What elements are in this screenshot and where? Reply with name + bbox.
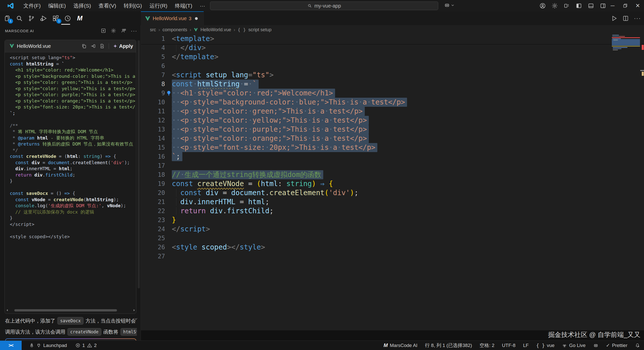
line-number[interactable]: 4 bbox=[141, 44, 165, 51]
panel-more-icon[interactable]: ··· bbox=[131, 28, 137, 34]
tab-helloworld[interactable]: HelloWorld.vue 3 bbox=[141, 11, 204, 25]
code-line[interactable]: 27 bbox=[141, 252, 644, 261]
line-number[interactable]: 7 bbox=[141, 72, 165, 79]
indentation-item[interactable]: 空格: 2 bbox=[479, 342, 494, 349]
code-line[interactable]: 6 bbox=[141, 61, 644, 71]
code-line[interactable]: 12··<p·style="color:·yellow;">This·is·a·… bbox=[141, 116, 644, 125]
line-number[interactable]: 16 bbox=[141, 153, 165, 160]
toggle-panel-icon[interactable] bbox=[588, 3, 594, 9]
code-line[interactable]: 22 return div.firstChild; bbox=[141, 206, 644, 216]
account-icon[interactable] bbox=[539, 3, 546, 9]
sidebar-scrollbar[interactable] bbox=[138, 40, 140, 288]
lightbulb-icon[interactable] bbox=[166, 90, 172, 96]
line-number[interactable]: 13 bbox=[141, 126, 165, 133]
marscode-activity-icon[interactable]: M bbox=[75, 14, 84, 23]
window-restore-icon[interactable] bbox=[619, 0, 631, 11]
run-file-icon[interactable] bbox=[611, 15, 617, 22]
line-number[interactable]: 20 bbox=[141, 189, 165, 196]
menu-more[interactable]: ··· bbox=[196, 0, 209, 11]
crumb-file[interactable]: HelloWorld.vue bbox=[200, 27, 231, 32]
code-line[interactable]: 25 bbox=[141, 234, 644, 243]
code-line[interactable]: 10··<p·style="background-color:·blue;">T… bbox=[141, 98, 644, 107]
panel-settings-gear-icon[interactable] bbox=[111, 28, 116, 33]
launchpad-item[interactable]: Launchpad bbox=[29, 343, 67, 348]
crumb-src[interactable]: src bbox=[150, 27, 156, 32]
source-control-icon[interactable] bbox=[27, 14, 36, 23]
menu-terminal[interactable]: 终端(T) bbox=[171, 0, 196, 11]
search-activity-icon[interactable] bbox=[15, 14, 24, 23]
menu-selection[interactable]: 选择(S) bbox=[70, 0, 95, 11]
menu-file[interactable]: 文件(F) bbox=[20, 0, 45, 11]
prettier-item[interactable]: ✓Prettier bbox=[606, 342, 627, 348]
card-code-block[interactable]: <script setup lang="ts">const htmlString… bbox=[10, 55, 136, 240]
toggle-sidebar-icon[interactable] bbox=[576, 3, 582, 9]
code-line[interactable]: 26<style scoped></style> bbox=[141, 243, 644, 252]
menu-goto[interactable]: 转到(G) bbox=[120, 0, 146, 11]
command-center-search[interactable]: my-vue-app bbox=[210, 2, 438, 10]
code-line[interactable]: 18//·生成一个通过string转换成虚拟dom的函数 bbox=[141, 170, 644, 179]
line-number[interactable]: 19 bbox=[141, 180, 165, 187]
code-line[interactable]: 1<template> bbox=[141, 34, 644, 43]
split-editor-icon[interactable] bbox=[622, 15, 629, 22]
new-chat-icon[interactable] bbox=[101, 28, 106, 33]
crumb-symbol[interactable]: script setup bbox=[248, 27, 271, 32]
copilot-menu[interactable] bbox=[444, 2, 454, 8]
code-line[interactable]: 5</template> bbox=[141, 52, 644, 61]
menu-run[interactable]: 运行(R) bbox=[146, 0, 171, 11]
line-number[interactable]: 25 bbox=[141, 235, 165, 242]
code-line[interactable]: 17 bbox=[141, 161, 644, 170]
menu-view[interactable]: 查看(V) bbox=[95, 0, 120, 11]
run-debug-icon[interactable] bbox=[39, 14, 48, 23]
line-number[interactable]: 12 bbox=[141, 117, 165, 124]
cursor-position-item[interactable]: 行 8, 列 1 (已选择382) bbox=[425, 342, 472, 349]
line-number[interactable]: 17 bbox=[141, 162, 165, 169]
encoding-item[interactable]: UTF-8 bbox=[502, 343, 515, 348]
crumb-components[interactable]: components bbox=[163, 27, 187, 32]
history-clock-icon[interactable] bbox=[63, 14, 72, 23]
minimap[interactable] bbox=[612, 35, 640, 50]
line-number[interactable]: 1 bbox=[141, 35, 165, 42]
layout-customize-icon[interactable] bbox=[564, 3, 570, 9]
language-mode-item[interactable]: { }vue bbox=[536, 343, 554, 348]
menu-edit[interactable]: 编辑(E) bbox=[45, 0, 70, 11]
toggle-secondary-sidebar-icon[interactable] bbox=[600, 3, 606, 9]
settings-gear-icon[interactable] bbox=[551, 3, 558, 9]
code-line[interactable]: 20 const div = document.createElement('d… bbox=[141, 188, 644, 197]
apply-button[interactable]: Apply bbox=[113, 43, 133, 49]
line-number[interactable]: 26 bbox=[141, 244, 165, 251]
copilot-status-icon[interactable] bbox=[593, 343, 598, 348]
go-live-item[interactable]: Go Live bbox=[562, 343, 585, 348]
line-number[interactable]: 27 bbox=[141, 253, 165, 260]
new-file-icon[interactable] bbox=[100, 44, 105, 49]
code-line[interactable]: 4 </div> bbox=[141, 43, 644, 52]
code-line[interactable]: 24</script> bbox=[141, 225, 644, 234]
code-line[interactable]: 11··<p·style="color:·green;">This·is·a·t… bbox=[141, 107, 644, 116]
line-number[interactable]: 10 bbox=[141, 99, 165, 106]
line-number[interactable]: 18 bbox=[141, 171, 165, 178]
code-line[interactable]: 14··<p·style="color:·orange;">This·is·a·… bbox=[141, 134, 644, 143]
code-line[interactable]: 19const createVNode = (html: string) ⇒ { bbox=[141, 179, 644, 188]
line-number[interactable]: 9 bbox=[141, 90, 165, 97]
line-number[interactable]: 22 bbox=[141, 207, 165, 215]
scrollbar-thumb[interactable] bbox=[14, 309, 117, 311]
code-line[interactable]: 23} bbox=[141, 216, 644, 225]
code-line[interactable]: 7<script setup lang="ts"> bbox=[141, 71, 644, 80]
eol-item[interactable]: LF bbox=[523, 343, 529, 348]
line-number[interactable]: 23 bbox=[141, 217, 165, 224]
code-line[interactable]: 9··<h1·style="color:·red;">Welcome</h1> bbox=[141, 89, 644, 98]
code-line[interactable]: 16`; bbox=[141, 152, 644, 161]
code-line[interactable]: 15··<p·style="font-size:·20px;">This·is·… bbox=[141, 143, 644, 152]
dirty-dot-icon[interactable] bbox=[195, 17, 198, 20]
window-close-icon[interactable]: ✕ bbox=[631, 0, 644, 11]
remote-indicator[interactable]: >< bbox=[0, 341, 22, 350]
code-line[interactable]: 13··<p·style="color:·purple;">This·is·a·… bbox=[141, 125, 644, 134]
explorer-icon[interactable]: 1 bbox=[3, 14, 12, 23]
feedback-icon[interactable] bbox=[121, 28, 126, 33]
line-number[interactable]: 14 bbox=[141, 135, 165, 142]
window-minimize-icon[interactable]: ─ bbox=[606, 0, 619, 11]
notifications-bell-icon[interactable] bbox=[635, 343, 640, 348]
line-number[interactable]: 6 bbox=[141, 62, 165, 69]
line-number[interactable]: 8 bbox=[141, 81, 165, 88]
code-line[interactable]: 8const·htmlString·=·` bbox=[141, 80, 644, 89]
more-actions-icon[interactable]: ··· bbox=[634, 15, 641, 22]
